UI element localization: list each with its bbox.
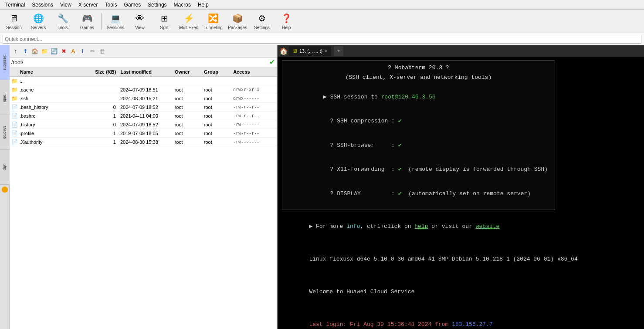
toolbar-games-label: Games xyxy=(80,25,94,30)
file-list-item[interactable]: 📄 .bash_history 0 2024-07-09 18:52 root … xyxy=(10,103,277,112)
tools-icon: 🔧 xyxy=(57,12,69,24)
menu-view[interactable]: View xyxy=(57,1,75,9)
multiexec-icon: ⚡ xyxy=(183,12,195,24)
system-info-text: Linux flexusx-d64e 5.10.0-30-amd64 #1 SM… xyxy=(309,256,577,262)
toolbar-multiexec-btn[interactable]: ⚡ MultiExec xyxy=(177,11,200,31)
file-panel-toolbar: ↑ ⬆ 🏠 📁 🔄 ✖ A I ✏ 🗑 xyxy=(10,45,277,58)
vtab-dot[interactable] xyxy=(2,187,8,193)
toolbar-sessions-btn[interactable]: 💻 Sessions xyxy=(104,11,127,31)
session-icon: 🖥 xyxy=(8,12,20,24)
file-owner: root xyxy=(175,96,204,101)
file-list: 📁 ... 📁 .cache 2024-07-09 18:51 root roo… xyxy=(10,77,277,329)
toolbar-servers-btn[interactable]: 🌐 Servers xyxy=(27,11,50,31)
menu-xserver[interactable]: X server xyxy=(75,1,102,9)
vtab-sftp[interactable]: Sftp xyxy=(0,150,10,185)
terminal-screen[interactable]: ? MobaXterm 20.3 ? (SSH client, X-server… xyxy=(278,57,644,329)
welcome-box: ? MobaXterm 20.3 ? (SSH client, X-server… xyxy=(282,60,555,210)
toolbar-session-btn[interactable]: 🖥 Session xyxy=(3,11,25,31)
toolbar-packages-btn[interactable]: 📦 Packages xyxy=(226,11,249,31)
file-btn-trash[interactable]: 🗑 xyxy=(98,47,106,56)
toolbar-help-btn[interactable]: ❓ Help xyxy=(275,11,298,31)
toolbar-tunneling-btn[interactable]: 🔀 Tunneling xyxy=(202,11,224,31)
left-vtabs: Sessions Tools Macros Sftp xyxy=(0,45,10,329)
tunneling-icon: 🔀 xyxy=(207,12,219,24)
file-list-item[interactable]: 📄 .history 0 2024-07-09 18:52 root root … xyxy=(10,120,277,129)
file-list-item[interactable]: 📄 .profile 1 2019-07-09 18:05 root root … xyxy=(10,129,277,138)
quickconnect-input[interactable] xyxy=(3,35,641,44)
toolbar-help-label: Help xyxy=(282,25,291,30)
toolbar: 🖥 Session 🌐 Servers 🔧 Tools 🎮 Games 💻 Se… xyxy=(0,10,644,33)
file-list-header: Name Size (KB) Last modified Owner Group… xyxy=(10,67,277,77)
toolbar-games-btn[interactable]: 🎮 Games xyxy=(76,11,98,31)
welcome-title: ? MobaXterm 20.3 ? xyxy=(289,64,548,72)
file-list-item[interactable]: 📁 .cache 2024-07-09 18:51 root root drwx… xyxy=(10,85,277,94)
terminal-home-icon[interactable]: 🏠 xyxy=(279,47,288,55)
help-icon: ❓ xyxy=(280,12,292,24)
servers-icon: 🌐 xyxy=(32,12,44,24)
terminal-tab-title: 13. (... ... t) xyxy=(299,48,322,54)
col-size: Size (KB) xyxy=(87,69,120,75)
toolbar-tools-btn[interactable]: 🔧 Tools xyxy=(51,11,74,31)
sessions-icon: 💻 xyxy=(109,12,122,24)
file-size: 1 xyxy=(87,139,120,145)
file-btn-up[interactable]: ↑ xyxy=(11,47,20,56)
menu-games[interactable]: Games xyxy=(121,1,145,9)
file-btn-refresh[interactable]: 🔄 xyxy=(50,47,58,56)
file-owner: root xyxy=(175,87,204,92)
file-date: 2021-04-11 04:00 xyxy=(120,113,175,119)
menu-sessions[interactable]: Sessions xyxy=(28,1,57,9)
file-btn-rename[interactable]: A xyxy=(69,47,78,56)
toolbar-tunneling-label: Tunneling xyxy=(203,25,223,30)
file-access: -rw-r--r-- xyxy=(233,105,275,109)
file-btn-delete[interactable]: ✖ xyxy=(59,47,68,56)
terminal-tab-active[interactable]: 🖥 13. (... ... t) ✕ xyxy=(289,46,331,56)
toolbar-multiexec-label: MultiExec xyxy=(179,25,198,30)
file-icon: 📄 xyxy=(11,121,18,128)
settings-icon: ⚙ xyxy=(256,12,268,24)
toolbar-servers-label: Servers xyxy=(31,25,46,30)
toolbar-settings-btn[interactable]: ⚙ Settings xyxy=(251,11,273,31)
toolbar-sessions-label: Sessions xyxy=(107,25,125,30)
help-link[interactable]: help xyxy=(414,223,428,230)
file-list-item[interactable]: 📄 .bashrc 1 2021-04-11 04:00 root root -… xyxy=(10,112,277,120)
file-size: 1 xyxy=(87,131,120,136)
file-list-item[interactable]: 📄 .Xauthority 1 2024-08-30 15:38 root ro… xyxy=(10,138,277,146)
file-owner: root xyxy=(175,113,204,119)
quickconnect-bar xyxy=(0,33,644,45)
file-btn-info[interactable]: I xyxy=(78,47,87,56)
menu-macros[interactable]: Macros xyxy=(170,1,194,9)
view-icon: 👁 xyxy=(134,12,146,24)
toolbar-split-btn[interactable]: ⊞ Split xyxy=(153,11,176,31)
folder-icon: 📁 xyxy=(11,86,18,93)
main-layout: Sessions Tools Macros Sftp ↑ ⬆ 🏠 📁 🔄 ✖ A… xyxy=(0,45,644,329)
vtab-tools[interactable]: Tools xyxy=(0,80,10,115)
file-btn-folder[interactable]: 📁 xyxy=(40,47,49,56)
website-link[interactable]: website xyxy=(476,223,500,230)
file-btn-edit[interactable]: ✏ xyxy=(88,47,97,56)
col-group: Group xyxy=(204,69,233,75)
file-list-item[interactable]: 📁 .ssh 2024-08-30 15:21 root root drwx--… xyxy=(10,94,277,103)
file-name: .profile xyxy=(20,131,89,136)
vtab-sessions[interactable]: Sessions xyxy=(0,45,10,80)
file-btn-home[interactable]: 🏠 xyxy=(31,47,39,56)
menu-help[interactable]: Help xyxy=(194,1,212,9)
file-access: -rw------- xyxy=(233,139,275,144)
menu-tools[interactable]: Tools xyxy=(102,1,121,9)
menu-terminal[interactable]: Terminal xyxy=(2,1,28,9)
menu-settings[interactable]: Settings xyxy=(144,1,170,9)
path-bar: /root/ ✔ xyxy=(10,58,277,67)
split-icon: ⊞ xyxy=(158,12,170,24)
col-access: Access xyxy=(233,69,275,75)
terminal-tab-close[interactable]: ✕ xyxy=(324,49,328,54)
path-ok-icon: ✔ xyxy=(269,58,275,66)
file-btn-upload[interactable]: ⬆ xyxy=(21,47,30,56)
vtab-macros[interactable]: Macros xyxy=(0,115,10,150)
system-info-line: Linux flexusx-d64e 5.10.0-30-amd64 #1 SM… xyxy=(282,248,640,271)
file-access: drwx------ xyxy=(233,96,275,101)
x11-forwarding: ? X11-forwarding : ✔ (remote display is … xyxy=(289,158,548,182)
terminal-new-tab-btn[interactable]: + xyxy=(334,46,343,56)
file-group: root xyxy=(204,122,233,127)
file-list-item[interactable]: 📁 ... xyxy=(10,77,277,85)
file-owner: root xyxy=(175,131,204,136)
toolbar-view-btn[interactable]: 👁 View xyxy=(129,11,151,31)
